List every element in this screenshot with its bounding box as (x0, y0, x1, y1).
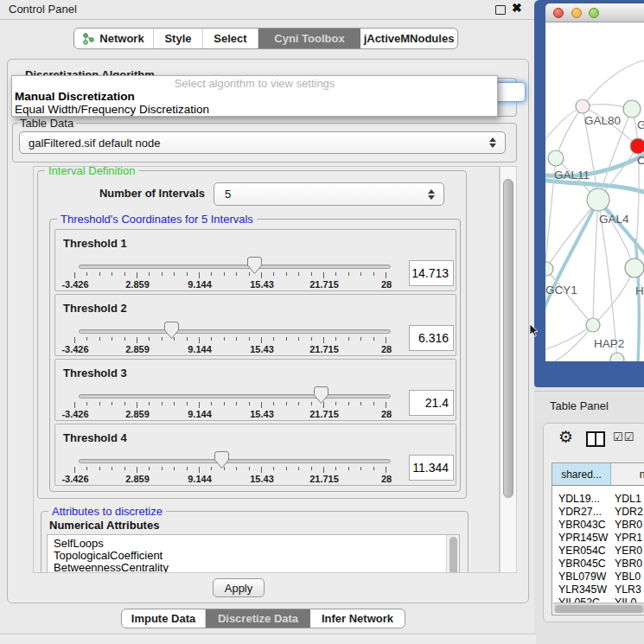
column-header-shared-name[interactable]: shared... (552, 463, 611, 486)
tab-discretize-data[interactable]: Discretize Data (206, 609, 310, 628)
slider-tick (236, 402, 237, 405)
slider-tick-label: 28 (365, 474, 408, 484)
attributes-group: Attributes to discretize Numerical Attri… (41, 511, 469, 573)
slider-tick (323, 337, 324, 343)
slider-tick (162, 337, 163, 341)
list-item[interactable]: SelfLoops (48, 538, 459, 550)
slider-tick (373, 402, 374, 405)
numerical-attributes-list[interactable]: SelfLoopsTopologicalCoefficientBetweenne… (47, 534, 460, 573)
slider-tick (323, 272, 324, 278)
list-item[interactable]: TopologicalCoefficient (48, 550, 459, 562)
table-data-group-label: Table Data (17, 117, 76, 130)
slider-tick (137, 272, 137, 278)
table-row[interactable]: YER054CYER0 (552, 545, 644, 558)
slider-thumb[interactable] (164, 322, 179, 339)
slider-track[interactable] (79, 394, 391, 399)
slider-tick (124, 272, 125, 276)
close-traffic-light-icon[interactable] (553, 8, 564, 18)
threshold-value-field[interactable]: 14.713 (409, 260, 454, 286)
table-row[interactable]: YLR345WYLR3 (552, 583, 644, 596)
slider-tick (74, 337, 75, 343)
mouse-cursor (529, 324, 539, 338)
slider-tick (199, 402, 200, 408)
slider-tick (298, 272, 299, 276)
list-scrollbar-thumb[interactable] (450, 537, 457, 573)
number-of-intervals-combobox[interactable]: 5 (214, 182, 444, 206)
network-window-titlebar[interactable] (545, 3, 644, 22)
slider-track[interactable] (79, 329, 391, 334)
table-row[interactable]: YDR27...YDR2 (552, 506, 644, 519)
settings-vertical-scrollbar[interactable] (500, 166, 517, 573)
checkbox-icons[interactable]: ☑☑ (613, 430, 634, 443)
table-row[interactable]: YBL079WYBL0 (552, 571, 644, 583)
cell-name: YBR0 (615, 558, 642, 571)
slider-tick (311, 402, 312, 405)
slider-tick (360, 402, 361, 405)
slider-tick (360, 467, 361, 470)
float-window-icon[interactable] (495, 5, 506, 15)
column-chooser-icon[interactable] (586, 431, 605, 447)
minimize-traffic-light-icon[interactable] (571, 8, 582, 18)
threshold-panel: Threshold 3-3.4262.8599.14415.4321.71528… (54, 359, 456, 421)
slider-track[interactable] (79, 265, 391, 269)
slider-tick (112, 337, 112, 341)
tab-network[interactable]: Network (74, 29, 154, 48)
zoom-traffic-light-icon[interactable] (589, 8, 599, 18)
list-scrollbar[interactable] (446, 535, 459, 573)
table-row[interactable]: YPR145WYPR1 (552, 532, 644, 545)
table-row[interactable]: YDL19...YDL1 (552, 493, 644, 506)
slider-tick (99, 467, 100, 470)
slider-thumb[interactable] (247, 257, 262, 274)
close-icon[interactable]: ✖ (512, 1, 522, 15)
cell-shared-name: YDR27... (558, 506, 602, 519)
table-data-combobox[interactable]: galFiltered.sif default node (19, 131, 506, 154)
table-horizontal-scrollbar[interactable] (553, 603, 644, 614)
table-row[interactable]: YBR043CYBR0 (552, 519, 644, 532)
dropdown-option-equal-width-frequency[interactable]: Equal Width/Frequency Discretization (12, 103, 497, 116)
threshold-panel: Threshold 4-3.4262.8599.14415.4321.71528… (54, 424, 456, 486)
tab-impute-data[interactable]: Impute Data (122, 609, 206, 628)
tab-select[interactable]: Select (203, 29, 258, 48)
slider-tick (386, 272, 386, 278)
apply-button[interactable]: Apply (213, 578, 265, 597)
slider-tick (311, 272, 312, 276)
slider-tick (149, 272, 150, 276)
slider-tick-label: 21.715 (303, 279, 346, 290)
threshold-value-field[interactable]: 11.344 (409, 455, 454, 481)
list-item[interactable]: BetweennessCentrality (48, 562, 459, 573)
tab-cyni-toolbox[interactable]: Cyni Toolbox (258, 29, 360, 48)
slider-tick (187, 467, 188, 470)
slider-thumb[interactable] (214, 451, 229, 469)
column-header-name[interactable]: n (611, 463, 644, 486)
table-horizontal-scrollbar-thumb[interactable] (555, 605, 643, 613)
slider-track[interactable] (79, 459, 391, 463)
tab-style[interactable]: Style (154, 29, 203, 48)
tab-cyni-toolbox-label: Cyni Toolbox (274, 32, 344, 45)
numerical-attributes-label: Numerical Attributes (49, 519, 159, 532)
threshold-value-field[interactable]: 21.4 (409, 390, 454, 416)
slider-thumb[interactable] (314, 386, 328, 404)
tab-jactivemnodules[interactable]: jActiveMNodules (360, 29, 457, 48)
table-row[interactable]: YBR045CYBR0 (552, 558, 644, 571)
slider-tick (273, 337, 274, 341)
node-table[interactable]: shared... n YDL19...YDL1YDR27...YDR2YBR0… (552, 462, 644, 615)
network-canvas[interactable]: GAL80GACGAL11GAL4GCY1HHAP2 (545, 22, 644, 361)
cell-shared-name: YPR145W (558, 532, 608, 545)
dropdown-option-manual-discretization[interactable]: Manual Discretization (12, 90, 497, 103)
table-data-combobox-value: galFiltered.sif default node (29, 132, 160, 154)
gear-icon[interactable]: ⚙ (558, 427, 573, 447)
settings-vertical-scrollbar-thumb[interactable] (503, 179, 513, 498)
interval-definition-label: Interval Definition (45, 166, 138, 177)
threshold-label: Threshold 2 (63, 302, 127, 315)
tab-infer-network[interactable]: Infer Network (310, 609, 405, 628)
svg-text:GAL80: GAL80 (584, 114, 621, 127)
threshold-value-field[interactable]: 6.316 (409, 325, 454, 351)
cell-name: YDL1 (615, 493, 641, 506)
slider-tick (298, 467, 299, 470)
slider-tick (187, 337, 188, 341)
combo-arrows-icon (428, 188, 436, 201)
slider-tick (149, 467, 150, 470)
svg-text:GCY1: GCY1 (545, 284, 577, 296)
slider-tick (273, 402, 274, 405)
slider-tick (261, 467, 262, 473)
